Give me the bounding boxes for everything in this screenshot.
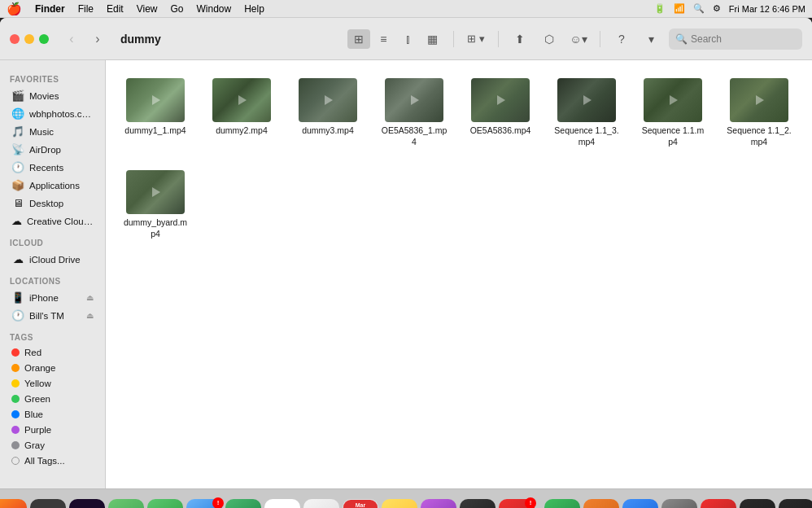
menu-view[interactable]: View: [137, 3, 158, 15]
sidebar-item-movies[interactable]: 🎬 Movies: [3, 87, 102, 104]
wifi-icon[interactable]: 📶: [674, 3, 685, 14]
search-bar[interactable]: 🔍: [669, 28, 802, 50]
help-button[interactable]: ?: [610, 29, 633, 49]
view-icon-button[interactable]: ⊞: [347, 29, 370, 49]
dock-podcasts[interactable]: 🎙: [421, 499, 456, 509]
sidebar-item-music[interactable]: 🎵 Music: [3, 123, 102, 140]
view-columns-button[interactable]: ⫿: [396, 29, 419, 49]
dock-premiere[interactable]: Pr: [69, 499, 105, 509]
sidebar-item-airdrop[interactable]: 📡 AirDrop: [3, 141, 102, 158]
forward-button[interactable]: ›: [88, 29, 107, 49]
dock-adobe[interactable]: Ad: [779, 499, 812, 509]
eject-iphone-icon[interactable]: ⏏: [86, 293, 94, 302]
dock-photos[interactable]: 🌸: [264, 499, 300, 509]
dock-system-prefs[interactable]: ⚙: [661, 499, 697, 509]
toolbar: ‹ › dummy ⊞ ≡ ⫿ ▦ ⊞ ▾ ⬆ ⬡ ☺▾ ? ▾ 🔍: [0, 18, 812, 60]
battery-icon[interactable]: 🔋: [654, 3, 666, 14]
search-input[interactable]: [691, 33, 796, 45]
sidebar-item-bills-tm[interactable]: 🕐 Bill's TM ⏏: [3, 307, 102, 324]
tag-dot-yellow: [11, 379, 20, 388]
dock-contacts[interactable]: 👤: [303, 499, 339, 509]
minimize-button[interactable]: [24, 34, 34, 44]
file-item[interactable]: OE5A5836_1.mp4: [378, 73, 451, 152]
file-thumbnail: [212, 78, 271, 122]
search-icon: 🔍: [675, 33, 688, 45]
file-item[interactable]: Sequence 1.1_2.mp4: [723, 73, 796, 152]
sidebar-item-tag-orange[interactable]: Orange: [3, 361, 102, 375]
share-button[interactable]: ⬆: [509, 29, 531, 49]
menu-edit[interactable]: Edit: [107, 3, 124, 15]
close-button[interactable]: [10, 34, 20, 44]
sidebar-item-tag-purple[interactable]: Purple: [3, 423, 102, 437]
dock-numbers[interactable]: 📊: [544, 499, 580, 509]
file-item[interactable]: dummy2.mp4: [205, 73, 278, 152]
creative-cloud-icon: ☁: [11, 215, 22, 227]
dock-firefox[interactable]: 🦊: [0, 499, 27, 509]
dock-music[interactable]: 🎵: [701, 499, 736, 509]
sidebar-item-tag-yellow[interactable]: Yellow: [3, 376, 102, 391]
file-item[interactable]: dummy1_1.mp4: [119, 73, 192, 152]
sidebar-item-creative-cloud[interactable]: ☁ Creative Cloud Files: [3, 212, 102, 230]
sidebar-item-all-tags[interactable]: All Tags...: [3, 453, 102, 468]
locations-header: Locations: [0, 269, 105, 288]
file-item[interactable]: dummy3.mp4: [291, 73, 365, 152]
calendar-month: Mar: [343, 500, 378, 509]
apple-menu[interactable]: 🍎: [7, 2, 22, 16]
file-name: Sequence 1.1_2.mp4: [726, 125, 792, 147]
dock-mail[interactable]: ✉ !: [186, 499, 222, 509]
maximize-button[interactable]: [39, 34, 49, 44]
recents-icon: 🕐: [11, 161, 24, 173]
view-gallery-button[interactable]: ▦: [421, 29, 443, 49]
tag-button[interactable]: ⬡: [538, 29, 561, 49]
sidebar: Favorites 🎬 Movies 🌐 wbhphotos.com D... …: [0, 60, 106, 488]
sidebar-item-tag-blue[interactable]: Blue: [3, 407, 102, 422]
file-name: dummy3.mp4: [302, 125, 354, 137]
sidebar-item-desktop[interactable]: 🖥 Desktop: [3, 195, 102, 212]
desktop-icon: 🖥: [11, 197, 24, 209]
back-button[interactable]: ‹: [62, 29, 81, 49]
sidebar-item-applications[interactable]: 📦 Applications: [3, 177, 102, 194]
sidebar-item-label: iPhone: [29, 293, 59, 303]
control-center-icon[interactable]: ⚙: [713, 3, 721, 14]
file-item[interactable]: Sequence 1.1.mp4: [636, 73, 709, 152]
sidebar-item-tag-green[interactable]: Green: [3, 392, 102, 406]
view-list-button[interactable]: ≡: [372, 29, 395, 49]
file-thumbnail: [644, 78, 702, 122]
action-menu-button[interactable]: ☺▾: [567, 29, 590, 49]
tag-dot-all: [11, 457, 20, 465]
sidebar-item-wbhphotos[interactable]: 🌐 wbhphotos.com D...: [3, 105, 102, 122]
dock-appstore[interactable]: 🅐: [622, 499, 658, 509]
file-name: Sequence 1.1_3.mp4: [553, 125, 620, 147]
sidebar-toggle[interactable]: ▾: [640, 29, 662, 49]
content-area: dummy1_1.mp4 dummy2.mp4 dummy3.mp4: [106, 60, 812, 488]
file-item[interactable]: OE5A5836.mp4: [464, 73, 537, 152]
sidebar-item-label: Movies: [29, 91, 59, 101]
sidebar-item-icloud-drive[interactable]: ☁ iCloud Drive: [3, 251, 102, 268]
menu-go[interactable]: Go: [171, 3, 184, 15]
sidebar-item-iphone[interactable]: 📱 iPhone ⏏: [3, 289, 102, 306]
group-button[interactable]: ⊞ ▾: [464, 31, 488, 46]
menu-file[interactable]: File: [78, 3, 94, 15]
sidebar-item-recents[interactable]: 🕐 Recents: [3, 159, 102, 176]
tag-label: Orange: [24, 363, 55, 373]
dock-creative-cloud[interactable]: Cc: [740, 499, 775, 509]
dock-appletv[interactable]: 📺: [460, 499, 495, 509]
dock-calendar[interactable]: Mar 12: [343, 499, 378, 509]
file-item[interactable]: Sequence 1.1_3.mp4: [550, 73, 623, 152]
menu-help[interactable]: Help: [244, 3, 264, 15]
dock-news[interactable]: N !: [499, 499, 535, 509]
tag-dot-orange: [11, 364, 20, 372]
eject-bills-tm-icon[interactable]: ⏏: [86, 311, 94, 320]
file-item[interactable]: dummy_byard.mp4: [119, 165, 192, 244]
app-name[interactable]: Finder: [35, 3, 65, 15]
sidebar-item-tag-red[interactable]: Red: [3, 345, 102, 360]
dock-messages[interactable]: 💬: [147, 499, 183, 509]
menu-window[interactable]: Window: [197, 3, 232, 15]
dock-facetime[interactable]: 📹: [225, 499, 261, 509]
dock-notes[interactable]: 📝: [382, 499, 417, 509]
dock-maps[interactable]: 🗺: [108, 499, 144, 509]
dock-lightroom[interactable]: Lr: [30, 499, 66, 509]
dock-pages[interactable]: 📄: [583, 499, 619, 509]
search-menubar-icon[interactable]: 🔍: [693, 3, 705, 14]
sidebar-item-tag-gray[interactable]: Gray: [3, 438, 102, 453]
